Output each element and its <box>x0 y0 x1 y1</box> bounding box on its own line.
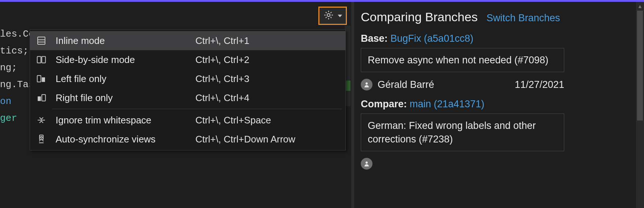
scroll-thumb[interactable] <box>637 11 643 120</box>
svg-rect-11 <box>40 135 43 140</box>
menu-item-label: Inline mode <box>49 35 195 47</box>
author-row: Gérald Barré 11/27/2021 <box>361 79 564 90</box>
svg-rect-5 <box>42 56 45 63</box>
right-file-icon <box>34 92 49 103</box>
compare-label: Compare: main (21a41371) <box>361 99 564 110</box>
svg-rect-1 <box>38 37 45 44</box>
svg-point-12 <box>41 137 42 138</box>
svg-rect-4 <box>37 56 41 63</box>
menu-item-right-file[interactable]: Right file only Ctrl+\, Ctrl+4 <box>30 88 345 107</box>
svg-point-14 <box>366 82 368 85</box>
panel-title: Comparing Branches <box>361 10 478 24</box>
base-label-text: Base: <box>361 33 388 44</box>
gear-icon <box>323 10 334 22</box>
menu-item-ignore-whitespace[interactable]: Ignore trim whitespace Ctrl+\, Ctrl+Spac… <box>30 111 345 130</box>
menu-item-shortcut: Ctrl+\, Ctrl+3 <box>195 73 339 85</box>
menu-item-auto-sync[interactable]: Auto-synchronize views Ctrl+\, Ctrl+Down… <box>30 130 345 149</box>
auto-sync-icon <box>34 134 49 145</box>
svg-rect-8 <box>38 96 41 101</box>
compare-branch-link[interactable]: main (21a41371) <box>410 99 484 109</box>
menu-item-label: Ignore trim whitespace <box>49 115 195 126</box>
settings-dropdown-button[interactable] <box>318 7 347 25</box>
base-branch-link[interactable]: BugFix (a5a01cc8) <box>390 33 473 44</box>
inline-mode-icon <box>34 35 49 46</box>
compare-branches-panel: Comparing Branches Switch Branches Base:… <box>354 2 570 208</box>
svg-point-0 <box>327 14 330 16</box>
compare-label-text: Compare: <box>361 99 407 109</box>
chevron-down-icon <box>338 15 342 17</box>
svg-rect-9 <box>42 94 45 101</box>
scroll-up-arrow[interactable]: ▲ <box>636 2 644 11</box>
menu-item-shortcut: Ctrl+\, Ctrl+1 <box>195 35 339 47</box>
menu-item-shortcut: Ctrl+\, Ctrl+2 <box>195 54 339 66</box>
base-label: Base: BugFix (a5a01cc8) <box>361 33 564 44</box>
compare-commit-message[interactable]: German: Fixed wrong labels and other cor… <box>361 114 564 151</box>
svg-rect-6 <box>37 75 41 82</box>
trim-whitespace-icon <box>34 115 49 126</box>
scrollbar[interactable]: ▲ <box>636 2 644 208</box>
switch-branches-link[interactable]: Switch Branches <box>486 12 560 24</box>
base-commit-message[interactable]: Remove async when not needed (#7098) <box>361 48 564 72</box>
menu-item-shortcut: Ctrl+\, Ctrl+Space <box>195 115 339 126</box>
author-name: Gérald Barré <box>378 79 510 90</box>
menu-item-shortcut: Ctrl+\, Ctrl+Down Arrow <box>195 134 339 145</box>
menu-item-side-by-side[interactable]: Side-by-side mode Ctrl+\, Ctrl+2 <box>30 50 345 69</box>
menu-item-label: Right file only <box>49 92 195 104</box>
svg-rect-7 <box>42 77 45 82</box>
avatar <box>361 79 372 90</box>
svg-point-15 <box>366 161 368 164</box>
menu-item-label: Auto-synchronize views <box>49 134 195 145</box>
left-file-icon <box>34 73 49 84</box>
menu-item-label: Left file only <box>49 73 195 85</box>
menu-item-shortcut: Ctrl+\, Ctrl+4 <box>195 92 339 104</box>
menu-item-inline-mode[interactable]: Inline mode Ctrl+\, Ctrl+1 <box>30 31 345 50</box>
avatar <box>361 158 372 170</box>
side-by-side-icon <box>34 54 49 65</box>
commit-date: 11/27/2021 <box>515 79 564 90</box>
menu-item-left-file[interactable]: Left file only Ctrl+\, Ctrl+3 <box>30 69 345 88</box>
diff-view-menu: Inline mode Ctrl+\, Ctrl+1 Side-by-side … <box>30 29 346 151</box>
vertical-splitter[interactable] <box>351 2 354 208</box>
author-row <box>361 158 564 170</box>
menu-separator <box>52 109 342 109</box>
menu-item-label: Side-by-side mode <box>49 54 195 66</box>
